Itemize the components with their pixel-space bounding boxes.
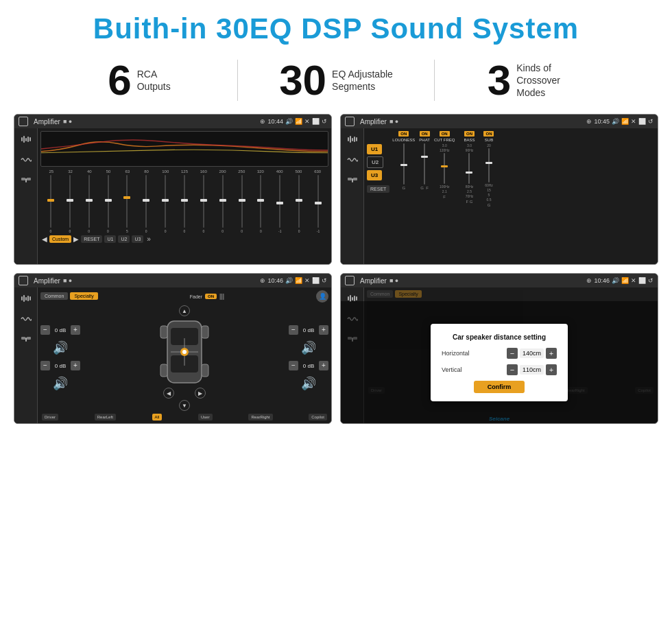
u2-btn[interactable]: U2 (367, 156, 383, 168)
svg-rect-21 (21, 337, 25, 340)
eq-icon-3[interactable] (19, 293, 33, 304)
eq-u2-btn[interactable]: U2 (118, 235, 130, 243)
eq-screen-content: 25 32 40 50 63 80 100 125 160 200 250 32… (14, 128, 331, 264)
close-icon-3: ✕ (304, 277, 310, 284)
slider-9[interactable]: 0 (195, 175, 213, 233)
slider-14[interactable]: 0 (290, 175, 308, 233)
home-icon-3[interactable] (19, 276, 28, 285)
specialty-tab[interactable]: Specialty (70, 292, 97, 300)
fader-top-row: Common Specialty Fader ON ||| 👤 (40, 290, 328, 303)
wave-icon-3[interactable] (19, 314, 33, 324)
fader-plus-1[interactable]: + (71, 325, 80, 335)
phat-g: G F (420, 186, 429, 190)
reset-btn[interactable]: RESET (367, 185, 389, 193)
eq-custom-btn[interactable]: Custom (49, 235, 71, 243)
slider-12[interactable]: 0 (252, 175, 269, 233)
fader-db-val-4: 0 dB (300, 363, 317, 369)
svg-rect-2 (25, 138, 27, 141)
car-left-btn[interactable]: ◀ (163, 388, 174, 399)
vertical-minus-btn[interactable]: − (507, 364, 518, 375)
slider-13[interactable]: -1 (271, 175, 289, 233)
eq-prev-arrow[interactable]: ◀ (42, 235, 47, 243)
fader-minus-3[interactable]: − (289, 325, 298, 335)
slider-1[interactable]: 0 (42, 175, 60, 233)
fader-plus-2[interactable]: + (71, 361, 80, 370)
common-tab[interactable]: Common (40, 292, 68, 300)
slider-3[interactable]: 0 (80, 175, 98, 233)
balance-icon[interactable] (19, 175, 33, 186)
fader-minus-2[interactable]: − (40, 361, 50, 370)
fader-sidebar (14, 287, 38, 423)
freq-200: 200 (213, 169, 232, 174)
phat-col: ON PHAT G F (419, 131, 430, 261)
dialog-status-icons: ⊕ 10:46 🔊 📶 ✕ ⬜ ↺ (586, 277, 653, 284)
fader-right-controls: − 0 dB + 🔊 − 0 dB + 🔊 (289, 325, 328, 391)
car-up-btn[interactable]: ▲ (179, 305, 190, 316)
slider-2[interactable]: 0 (61, 175, 79, 233)
dialog-status-left: Amplifier ■ ● (345, 276, 398, 285)
confirm-button[interactable]: Confirm (474, 381, 525, 393)
slider-8[interactable]: 0 (176, 175, 193, 233)
eq-icon-2[interactable] (346, 134, 359, 145)
slider-5[interactable]: 5 (118, 175, 136, 233)
slider-6[interactable]: 0 (137, 175, 155, 233)
dialog-screen: Amplifier ■ ● ⊕ 10:46 🔊 📶 ✕ ⬜ ↺ (340, 273, 658, 424)
driver-btn[interactable]: Driver (42, 414, 58, 421)
home-icon[interactable] (19, 117, 28, 126)
u3-btn[interactable]: U3 (367, 170, 382, 180)
car-diagram: ▲ (83, 305, 286, 411)
slider-11[interactable]: 0 (233, 175, 251, 233)
speaker-icon-4: 🔊 (612, 277, 619, 284)
horizontal-plus-btn[interactable]: + (546, 348, 557, 359)
slider-15[interactable]: -1 (309, 175, 327, 233)
fader-on-toggle[interactable]: ON (205, 294, 217, 299)
wave-icon-2[interactable] (346, 154, 359, 165)
eq-reset-btn[interactable]: RESET (81, 235, 102, 243)
u1-btn[interactable]: U1 (367, 144, 382, 154)
fader-minus-4[interactable]: − (289, 361, 298, 370)
all-btn[interactable]: All (152, 414, 163, 421)
car-down-btn[interactable]: ▼ (179, 400, 190, 411)
eq-u1-btn[interactable]: U1 (104, 235, 116, 243)
fader-db-row-4: − 0 dB + (289, 361, 328, 370)
horizontal-label: Horizontal (442, 350, 476, 357)
home-icon-2[interactable] (345, 117, 355, 126)
car-right-btn[interactable]: ▶ (195, 388, 206, 399)
slider-4[interactable]: 0 (99, 175, 117, 233)
loudness-slider[interactable] (403, 143, 405, 185)
svg-rect-30 (202, 364, 208, 377)
bass-val1: 3.0 (467, 143, 472, 147)
freq-630: 630 (308, 169, 327, 174)
balance-icon-2[interactable] (346, 175, 359, 186)
balance-icon-3[interactable] (19, 334, 33, 345)
eq-u3-btn[interactable]: U3 (132, 235, 143, 243)
wave-icon[interactable] (19, 154, 33, 165)
location-icon-4: ⊕ (586, 277, 592, 284)
svg-rect-37 (348, 296, 349, 300)
dialog-dots: ■ ● (389, 277, 398, 284)
horizontal-minus-btn[interactable]: − (507, 348, 518, 359)
svg-rect-20 (29, 296, 31, 300)
profile-btn[interactable]: 👤 (316, 290, 328, 303)
fader-tabs: Common Specialty (40, 292, 98, 300)
rear-right-btn[interactable]: RearRight (248, 414, 272, 421)
slider-7[interactable]: 0 (156, 175, 174, 233)
svg-rect-40 (354, 296, 355, 301)
fader-minus-1[interactable]: − (40, 325, 50, 335)
fader-plus-4[interactable]: + (319, 361, 328, 370)
eq-status-icons: ⊕ 10:44 🔊 📶 ✕ ⬜ ↺ (260, 118, 327, 125)
svg-rect-7 (25, 178, 27, 182)
user-btn[interactable]: User (198, 414, 213, 421)
slider-10[interactable]: 0 (214, 175, 232, 233)
eq-icon[interactable] (19, 134, 33, 145)
vertical-plus-btn[interactable]: + (546, 364, 557, 375)
eq-next-arrow[interactable]: ▶ (73, 235, 79, 243)
channel-controls: ON LOUDNESS G ON PHAT G F ON (392, 131, 655, 261)
svg-rect-11 (354, 137, 355, 142)
fader-plus-3[interactable]: + (319, 325, 328, 335)
copilot-btn[interactable]: Copilot (309, 414, 327, 421)
phat-slider[interactable] (424, 143, 425, 185)
rear-left-btn[interactable]: RearLeft (95, 414, 116, 421)
home-icon-4[interactable] (345, 276, 355, 285)
page-title: Buith-in 30EQ DSP Sound System (0, 12, 672, 45)
